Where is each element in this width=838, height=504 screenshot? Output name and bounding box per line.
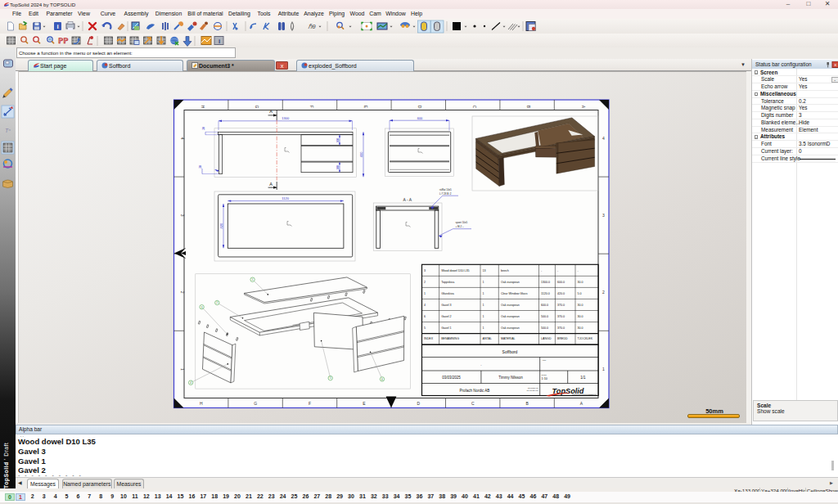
svg-text:3: 3: [424, 269, 426, 272]
svg-text:ℙℙ: ℙℙ: [58, 37, 69, 45]
svg-text:13: 13: [483, 269, 486, 272]
svg-text:A - A: A - A: [403, 197, 412, 202]
svg-text:L:7 28 B :2: L:7 28 B :2: [439, 192, 452, 196]
svg-text:INDEX: INDEX: [424, 337, 434, 340]
svg-text:100: 100: [336, 138, 340, 143]
svg-text:2: 2: [180, 291, 185, 294]
svg-text:30: 30: [199, 165, 202, 169]
svg-text:G: G: [255, 106, 259, 109]
svg-text:x: x: [834, 62, 836, 67]
svg-text:ANTAL: ANTAL: [483, 337, 492, 340]
svg-text:Oak european: Oak european: [501, 315, 520, 318]
svg-text:Soffbord: Soffbord: [502, 349, 518, 354]
svg-text:370.0: 370.0: [557, 304, 565, 307]
svg-text:beech: beech: [501, 269, 509, 272]
svg-text:Gavel 2: Gavel 2: [441, 315, 451, 318]
svg-text:BREDD: BREDD: [557, 337, 568, 340]
svg-text:Skala: Skala: [542, 374, 547, 376]
svg-text:ℏθ: ℏθ: [308, 23, 316, 30]
svg-text:5: 5: [330, 376, 331, 380]
svg-text:600: 600: [417, 116, 423, 120]
svg-text:TJOCKLEK: TJOCKLEK: [578, 337, 593, 340]
svg-text:3: 3: [201, 306, 203, 309]
svg-text:G: G: [254, 401, 257, 406]
svg-text:03/03/2025: 03/03/2025: [442, 376, 461, 380]
svg-text:5.0: 5.0: [578, 292, 582, 295]
svg-text:Gavel 1: Gavel 1: [441, 326, 451, 330]
svg-text:114 51 Sto:Ma: 114 51 Sto:Ma: [526, 389, 538, 391]
svg-text:i: i: [219, 38, 220, 45]
svg-text:BENÄMNING: BENÄMNING: [441, 337, 459, 340]
svg-text:400: 400: [359, 151, 363, 157]
svg-text:5: 5: [424, 326, 426, 330]
svg-text:500.0: 500.0: [541, 315, 548, 318]
svg-text:F: F: [309, 106, 314, 108]
svg-text:Gavel 3: Gavel 3: [441, 304, 451, 307]
svg-text:C: C: [471, 401, 475, 406]
svg-text:30.0: 30.0: [578, 326, 583, 330]
svg-text:ytfin: ytfin: [543, 359, 547, 362]
svg-text:Oak european: Oak european: [501, 281, 520, 284]
svg-text:A: A: [269, 109, 273, 114]
svg-text:6: 6: [381, 378, 383, 381]
svg-text:v6.24: v6.24: [588, 394, 593, 395]
svg-text:1: 1: [424, 292, 426, 295]
svg-text:1300: 1300: [282, 116, 290, 120]
svg-text:+ M-2 –: + M-2 –: [456, 225, 465, 228]
svg-text:Oak european: Oak european: [501, 304, 520, 307]
svg-text:H: H: [200, 106, 205, 109]
svg-text:Oak european: Oak european: [501, 326, 520, 330]
svg-text:1: 1: [602, 367, 605, 371]
svg-text:D: D: [417, 106, 422, 109]
svg-text:4: 4: [602, 136, 605, 141]
svg-text:30.0: 30.0: [578, 315, 583, 318]
svg-text:1: 1: [483, 304, 484, 307]
svg-text:2: 2: [602, 290, 605, 295]
svg-text:30.0: 30.0: [578, 281, 583, 284]
svg-text:spont 10x5: spont 10x5: [456, 221, 468, 224]
svg-text:Timmy Nilsson: Timmy Nilsson: [498, 376, 523, 380]
svg-text:6: 6: [424, 315, 426, 318]
svg-text:1120: 1120: [282, 196, 289, 200]
svg-text:1: 1: [483, 315, 484, 318]
svg-text:4: 4: [180, 137, 185, 140]
svg-text:100: 100: [336, 165, 340, 170]
svg-text:Toppskiva: Toppskiva: [441, 281, 454, 284]
svg-text:H: H: [200, 401, 203, 406]
svg-text:Glasskiva: Glasskiva: [441, 292, 454, 295]
svg-text:1/1: 1/1: [580, 376, 586, 380]
svg-text:420: 420: [219, 223, 223, 228]
svg-text:1120.0: 1120.0: [541, 292, 550, 295]
svg-text:370.0: 370.0: [557, 326, 565, 330]
svg-text:räfflat 10x5: räfflat 10x5: [439, 188, 452, 191]
svg-text:3: 3: [180, 214, 185, 217]
svg-text:2: 2: [424, 281, 426, 284]
svg-text:600.0: 600.0: [541, 304, 548, 307]
svg-text:A: A: [269, 182, 273, 187]
svg-text:30: 30: [202, 127, 205, 130]
svg-text:Wood dowel D10 L35: Wood dowel D10 L35: [441, 269, 469, 272]
svg-text:1: 1: [180, 368, 185, 371]
svg-text:Tⁿ: Tⁿ: [5, 128, 11, 133]
svg-text:Storgatan 13: Storgatan 13: [528, 387, 538, 389]
svg-text:Profach Nordic AB: Profach Nordic AB: [460, 389, 490, 393]
svg-text:1:10: 1:10: [542, 377, 547, 380]
svg-text:Clear Window Glass: Clear Window Glass: [501, 292, 528, 295]
svg-text:500.0: 500.0: [541, 326, 548, 330]
svg-text:3: 3: [602, 213, 605, 218]
svg-text:MATERIAL: MATERIAL: [501, 337, 516, 340]
svg-text:1: 1: [483, 326, 484, 330]
svg-text:4: 4: [424, 304, 426, 307]
svg-text:370.0: 370.0: [557, 315, 565, 318]
svg-text:1: 1: [252, 278, 254, 281]
svg-text:D: D: [417, 401, 420, 406]
svg-text:4: 4: [190, 381, 191, 385]
svg-text:1: 1: [483, 292, 484, 295]
svg-text:420.0: 420.0: [557, 292, 565, 295]
svg-text:i: i: [56, 23, 58, 30]
svg-text:C: C: [472, 106, 477, 109]
svg-text:1300.0: 1300.0: [541, 281, 550, 284]
svg-text:2: 2: [216, 301, 218, 304]
svg-text:30.0: 30.0: [578, 304, 583, 307]
svg-text:LÄNGD: LÄNGD: [541, 337, 552, 340]
